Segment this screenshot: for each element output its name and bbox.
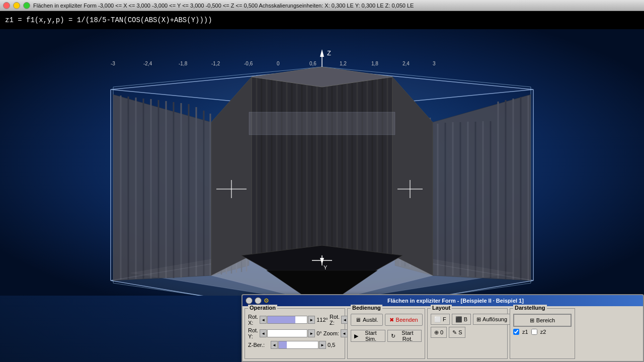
rot-y-bar[interactable]: [267, 329, 307, 337]
start-sim-label: Start Sim.: [360, 330, 382, 342]
z1-checkbox-row: z1 z2: [513, 329, 572, 335]
bereich-button[interactable]: ⊞ Bereich: [513, 314, 572, 327]
axis-ruler: -3 -2,4 -1,8 -1,2 -0,6 0 0,6 1,2 1,8 2,4…: [111, 58, 473, 68]
aufloesung-button[interactable]: ⊞ Auflösung: [473, 314, 511, 325]
z1-label: z1: [522, 329, 528, 335]
rot-y-right-arrow[interactable]: ►: [308, 329, 315, 337]
start-sim-button[interactable]: ▶ Start Sim.: [351, 330, 385, 342]
bereich-icon: ⊞: [530, 317, 534, 324]
aufloesung-icon: ⊞: [476, 316, 481, 323]
start-rot-icon: ↻: [391, 333, 395, 339]
ruler-tick-8: 1,8: [371, 61, 378, 66]
layout-panel: Layout ⬜ F ⬛ B ⊞ Auflösung ⊕: [427, 308, 508, 359]
rot-z-label: Rot. Z:: [330, 314, 340, 326]
operation-panel: Operation Rot. X: ◄ ► 112° Rot. Z: ◄: [245, 308, 345, 359]
layout-b-label: B: [464, 316, 467, 322]
layout-top-row: ⬜ F ⬛ B ⊞ Auflösung: [431, 314, 504, 325]
dialog-window: ⚙ Flächen in expliziter Form - [Beispiel…: [242, 294, 644, 362]
rot-y-label: Rot. Y:: [248, 327, 258, 339]
z2-checkbox[interactable]: [531, 329, 537, 335]
beenden-icon: ✖: [389, 317, 394, 323]
svg-marker-23: [433, 95, 531, 281]
start-rot-button[interactable]: ↻ Start Rot.: [387, 330, 422, 342]
layout-plus-icon: ⊕: [434, 329, 439, 336]
operation-panel-title: Operation: [248, 305, 277, 311]
rot-x-slider[interactable]: ◄ ►: [260, 316, 315, 324]
layout-b-button[interactable]: ⬛ B: [452, 314, 471, 325]
start-sim-icon: ▶: [354, 333, 358, 339]
svg-text:Y: Y: [324, 264, 328, 270]
titlebar-text: Flächen in expliziter Form -3,000 <= X <…: [33, 3, 641, 9]
layout-f-button[interactable]: ⬜ F: [431, 314, 450, 325]
zoom-left-arrow[interactable]: ◄: [341, 329, 348, 337]
darstellung-panel-title: Darstellung: [513, 305, 547, 311]
layout-f-icon: ⬜: [434, 316, 441, 323]
rot-x-left-arrow[interactable]: ◄: [260, 316, 267, 324]
start-rot-label: Start Rot.: [397, 330, 418, 342]
layout-bottom-row: ⊕ 0 ✎ S: [431, 327, 504, 338]
zber-row: Z-Ber.: ◄ ► 0,5: [248, 341, 342, 349]
zber-left-arrow[interactable]: ◄: [271, 341, 278, 349]
ausbl-button[interactable]: 🖥 Ausbl.: [351, 314, 383, 326]
zber-bar[interactable]: [278, 341, 318, 349]
bedienung-panel-title: Bedienung: [351, 305, 382, 311]
formula-text: z1 = f1(x,y,p) = 1/(18/5-TAN(COS(ABS(X)+…: [5, 16, 212, 24]
ruler-tick-7: 1,2: [340, 61, 347, 66]
z1-checkbox[interactable]: [513, 329, 519, 335]
zoom-label: Zoom:: [324, 330, 339, 336]
layout-0-label: 0: [440, 329, 443, 335]
z2-label: z2: [540, 329, 546, 335]
ruler-tick-2: -1,8: [179, 61, 187, 66]
layout-s-button[interactable]: ✎ S: [449, 327, 465, 338]
formula-area: z1 = f1(x,y,p) = 1/(18/5-TAN(COS(ABS(X)+…: [0, 11, 644, 29]
rot-x-value: 112°: [316, 317, 328, 323]
rot-y-left-arrow[interactable]: ◄: [260, 329, 267, 337]
rot-y-value: 0°: [316, 330, 322, 336]
rot-x-bar[interactable]: [267, 316, 307, 324]
ruler-tick-1: -2,4: [143, 61, 152, 66]
close-button[interactable]: [3, 2, 10, 9]
zber-slider[interactable]: ◄ ►: [271, 341, 326, 349]
ruler-tick-6: 0,6: [309, 61, 316, 66]
bereich-label: Bereich: [536, 317, 555, 323]
ruler-tick-5: 0: [277, 61, 280, 66]
ruler-tick-0: -3: [111, 61, 115, 66]
layout-s-label: S: [458, 329, 462, 335]
zber-value: 0,5: [328, 342, 342, 348]
dialog-minimize-button[interactable]: [255, 297, 262, 304]
minimize-button[interactable]: [13, 2, 20, 9]
beenden-button[interactable]: ✖ Beenden: [385, 314, 423, 326]
rot-y-row: Rot. Y: ◄ ► 0° Zoom: ◄ ► 30: [248, 327, 342, 339]
titlebar: Flächen in expliziter Form -3,000 <= X <…: [0, 0, 644, 11]
dialog-title-text: Flächen in expliziter Form - [Beispiele …: [271, 298, 640, 304]
darstellung-panel: Darstellung ⊞ Bereich z1 z2: [510, 308, 575, 359]
scene-canvas: -3 -2,4 -1,8 -1,2 -0,6 0 0,6 1,2 1,8 2,4…: [0, 29, 644, 296]
beenden-label: Beenden: [396, 317, 418, 323]
zber-right-arrow[interactable]: ►: [319, 341, 326, 349]
surface-visualization: Z Y: [0, 29, 644, 296]
layout-f-label: F: [443, 316, 446, 322]
svg-marker-87: [249, 112, 395, 135]
layout-panel-title: Layout: [431, 305, 452, 311]
dialog-icon: ⚙: [264, 297, 269, 304]
layout-0-button[interactable]: ⊕ 0: [431, 327, 447, 338]
ruler-tick-10: 3: [433, 61, 436, 66]
bed-top-row: 🖥 Ausbl. ✖ Beenden: [351, 314, 422, 326]
rot-x-row: Rot. X: ◄ ► 112° Rot. Z: ◄ ► 4: [248, 314, 342, 326]
aufloesung-label: Auflösung: [482, 316, 507, 322]
rot-x-right-arrow[interactable]: ►: [308, 316, 315, 324]
svg-text:Z: Z: [327, 49, 331, 57]
rot-x-label: Rot. X:: [248, 314, 258, 326]
zber-label: Z-Ber.:: [248, 342, 269, 348]
ruler-tick-4: -0,6: [244, 61, 253, 66]
bed-bottom-row: ▶ Start Sim. ↻ Start Rot.: [351, 330, 422, 342]
layout-s-icon: ✎: [452, 329, 457, 336]
ruler-tick-3: -1,2: [211, 61, 220, 66]
dialog-close-button[interactable]: [246, 297, 253, 304]
rot-y-slider[interactable]: ◄ ►: [260, 329, 315, 337]
dialog-body: Operation Rot. X: ◄ ► 112° Rot. Z: ◄: [243, 306, 643, 361]
ausbl-icon: 🖥: [355, 317, 361, 323]
ruler-tick-9: 2,4: [403, 61, 410, 66]
maximize-button[interactable]: [23, 2, 30, 9]
ausbl-label: Ausbl.: [363, 317, 378, 323]
